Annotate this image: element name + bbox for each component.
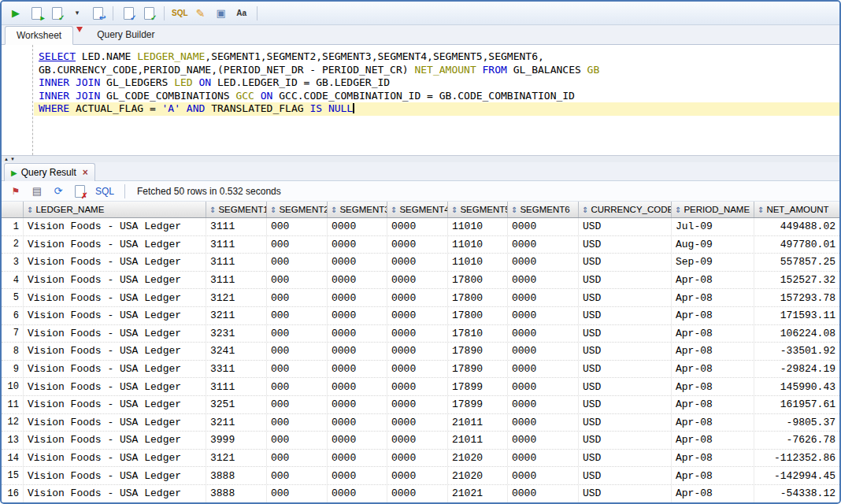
cell-segment5[interactable]: 17899 — [448, 378, 508, 395]
code-line[interactable]: INNER JOIN GL_LEDGERS LED ON LED.LEDGER_… — [34, 76, 839, 90]
sql-id-icon[interactable]: SQL — [170, 5, 190, 22]
cell-segment2[interactable]: 000 — [267, 485, 328, 502]
cell-segment6[interactable]: 0000 — [508, 325, 579, 343]
cell-segment3[interactable]: 0000 — [328, 254, 387, 271]
cell-ledger_name[interactable]: Vision Foods - USA Ledger — [24, 378, 206, 395]
code-line[interactable]: SELECT LED.NAME LEDGER_NAME,SEGMENT1,SEG… — [34, 50, 839, 64]
commit-icon[interactable]: ✓ — [47, 5, 66, 22]
cell-currency_code[interactable]: USD — [579, 432, 672, 449]
cell-segment1[interactable]: 3888 — [206, 467, 267, 484]
cell-segment2[interactable]: 000 — [267, 236, 328, 254]
cell-segment1[interactable]: 3999 — [206, 432, 267, 449]
cell-segment4[interactable]: 0000 — [387, 254, 448, 271]
cell-ledger_name[interactable]: Vision Foods - USA Ledger — [24, 361, 206, 378]
cell-currency_code[interactable]: USD — [579, 414, 672, 432]
column-header-segment1[interactable]: ⇕SEGMENT1 — [206, 202, 267, 217]
cell-segment3[interactable]: 0000 — [328, 325, 387, 343]
cell-segment5[interactable]: 17899 — [448, 396, 508, 413]
cell-segment6[interactable]: 0000 — [508, 414, 579, 432]
cell-ledger_name[interactable]: Vision Foods - USA Ledger — [24, 325, 206, 343]
cell-segment1[interactable]: 3111 — [206, 218, 267, 235]
cell-net_amount[interactable]: -33501.92 — [754, 343, 839, 360]
cell-net_amount[interactable]: 145990.43 — [754, 378, 839, 395]
cell-segment3[interactable]: 0000 — [328, 467, 387, 484]
cell-net_amount[interactable]: 497780.01 — [754, 236, 839, 254]
sort-icon[interactable]: ⇕ — [758, 206, 764, 214]
cell-period_name[interactable]: Apr-08 — [672, 307, 754, 324]
table-row[interactable]: 4Vision Foods - USA Ledger31110000000000… — [2, 272, 839, 290]
close-icon[interactable]: × — [83, 167, 88, 178]
cell-ledger_name[interactable]: Vision Foods - USA Ledger — [24, 414, 206, 432]
cell-net_amount[interactable]: 152527.32 — [754, 272, 839, 289]
cell-currency_code[interactable]: USD — [579, 378, 672, 395]
cell-ledger_name[interactable]: Vision Foods - USA Ledger — [24, 450, 206, 467]
sql-link[interactable]: SQL — [95, 186, 114, 197]
cell-ledger_name[interactable]: Vision Foods - USA Ledger — [24, 289, 206, 306]
cell-segment5[interactable]: 21020 — [448, 467, 508, 484]
cell-segment3[interactable]: 0000 — [328, 485, 387, 502]
cell-period_name[interactable]: Apr-08 — [672, 396, 754, 413]
cell-segment6[interactable]: 0000 — [508, 361, 579, 378]
cell-segment4[interactable]: 0000 — [387, 414, 448, 432]
column-header-segment5[interactable]: ⇕SEGMENT5 — [448, 202, 508, 217]
cell-segment3[interactable]: 0000 — [328, 378, 387, 395]
cell-period_name[interactable]: Apr-08 — [672, 289, 754, 306]
cell-segment6[interactable]: 0000 — [508, 272, 579, 289]
cell-ledger_name[interactable]: Vision Foods - USA Ledger — [24, 236, 206, 254]
cell-period_name[interactable]: Apr-08 — [672, 361, 754, 378]
cell-ledger_name[interactable]: Vision Foods - USA Ledger — [24, 307, 206, 324]
table-row[interactable]: 9Vision Foods - USA Ledger33110000000000… — [2, 361, 839, 379]
cell-period_name[interactable]: Apr-08 — [672, 485, 754, 502]
cell-segment5[interactable]: 17890 — [448, 343, 508, 360]
sort-icon[interactable]: ⇕ — [270, 206, 276, 214]
cell-ledger_name[interactable]: Vision Foods - USA Ledger — [24, 467, 206, 484]
cell-segment5[interactable]: 21011 — [448, 414, 508, 432]
cell-segment2[interactable]: 000 — [267, 414, 328, 432]
cell-segment2[interactable]: 000 — [267, 272, 328, 289]
column-header-ledger_name[interactable]: ⇕LEDGER_NAME — [24, 202, 206, 217]
cell-ledger_name[interactable]: Vision Foods - USA Ledger — [24, 396, 206, 413]
cell-segment1[interactable]: 3888 — [206, 485, 267, 502]
cell-segment5[interactable]: 17800 — [448, 272, 508, 289]
sort-icon[interactable]: ⇕ — [511, 206, 517, 214]
sort-icon[interactable]: ⇕ — [582, 206, 588, 214]
splitter-collapse-up-icon[interactable]: ▲ — [4, 157, 9, 161]
table-row[interactable]: 6Vision Foods - USA Ledger32110000000000… — [2, 307, 839, 325]
cell-ledger_name[interactable]: Vision Foods - USA Ledger — [24, 272, 206, 289]
cell-segment5[interactable]: 11010 — [448, 218, 508, 235]
cell-segment6[interactable]: 0000 — [508, 396, 579, 413]
run-script-icon[interactable]: ▸ — [27, 5, 46, 22]
cell-segment5[interactable]: 21011 — [448, 432, 508, 449]
cell-segment1[interactable]: 3121 — [206, 450, 267, 467]
sort-icon[interactable]: ⇕ — [451, 206, 458, 214]
table-row[interactable]: 1Vision Foods - USA Ledger31110000000000… — [2, 218, 839, 236]
column-header-segment2[interactable]: ⇕SEGMENT2 — [267, 202, 328, 217]
explain-plan-icon[interactable]: ✓ — [119, 5, 138, 22]
cell-period_name[interactable]: Sep-09 — [672, 254, 754, 271]
cell-segment4[interactable]: 0000 — [387, 467, 448, 484]
cell-segment6[interactable]: 0000 — [508, 467, 579, 484]
cell-segment5[interactable]: 21021 — [448, 485, 508, 502]
cell-segment2[interactable]: 000 — [267, 254, 328, 271]
cell-segment1[interactable]: 3211 — [206, 414, 267, 432]
cell-segment2[interactable]: 000 — [267, 307, 328, 324]
cell-segment3[interactable]: 0000 — [328, 218, 387, 235]
cell-segment2[interactable]: 000 — [267, 325, 328, 343]
cell-segment2[interactable]: 000 — [267, 378, 328, 395]
commit-dropdown-icon[interactable]: ▾ — [68, 5, 87, 22]
cell-segment4[interactable]: 0000 — [387, 343, 448, 360]
table-row[interactable]: 12Vision Foods - USA Ledger3211000000000… — [2, 414, 839, 432]
cell-segment4[interactable]: 0000 — [387, 361, 448, 378]
column-header-period_name[interactable]: ⇕PERIOD_NAME — [672, 202, 754, 217]
cell-segment5[interactable]: 17800 — [448, 289, 508, 306]
rollback-icon[interactable]: ↩ — [88, 5, 107, 22]
cell-segment5[interactable]: 17890 — [448, 361, 508, 378]
cell-segment6[interactable]: 0000 — [508, 378, 579, 395]
sort-icon[interactable]: ⇕ — [391, 206, 397, 214]
cell-segment1[interactable]: 3111 — [206, 254, 267, 271]
cell-segment3[interactable]: 0000 — [328, 289, 387, 306]
cell-currency_code[interactable]: USD — [579, 289, 672, 306]
cell-period_name[interactable]: Apr-08 — [672, 467, 754, 484]
cell-segment2[interactable]: 000 — [267, 396, 328, 413]
cell-segment4[interactable]: 0000 — [387, 396, 448, 413]
